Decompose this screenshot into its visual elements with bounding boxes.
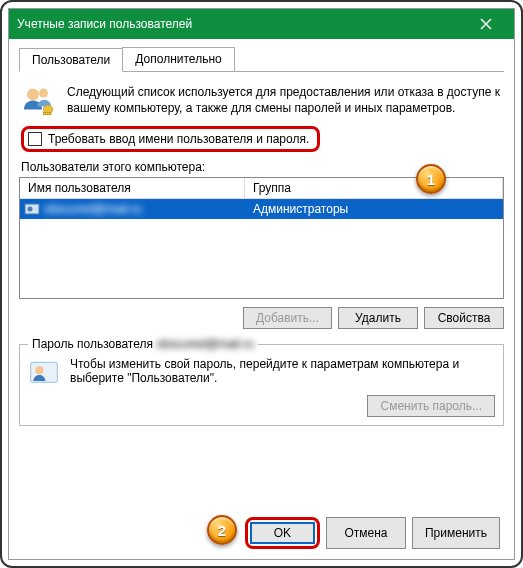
user-card-icon bbox=[28, 357, 60, 389]
require-login-checkbox[interactable] bbox=[28, 132, 42, 146]
col-header-username[interactable]: Имя пользователя bbox=[20, 178, 245, 198]
ok-button[interactable]: OK bbox=[250, 522, 315, 544]
user-row-group: Администраторы bbox=[245, 200, 503, 218]
password-group: Пароль пользователя obscured@mail.ru Что… bbox=[19, 337, 504, 426]
ok-highlight: OK bbox=[245, 517, 320, 549]
dialog-content: Пользователи Дополнительно Следующий спи… bbox=[9, 39, 514, 442]
svg-point-9 bbox=[35, 366, 43, 374]
svg-rect-5 bbox=[44, 113, 52, 115]
require-login-checkbox-row[interactable]: Требовать ввод имени пользователя и паро… bbox=[21, 126, 320, 152]
cancel-button[interactable]: Отмена bbox=[326, 517, 406, 549]
users-keys-icon bbox=[21, 84, 57, 120]
user-list-row[interactable]: obscured@mail.ru Администраторы bbox=[20, 199, 503, 219]
description-text: Следующий список используется для предос… bbox=[67, 84, 502, 120]
remove-button[interactable]: Удалить bbox=[338, 307, 418, 329]
window-title: Учетные записи пользователей bbox=[17, 17, 466, 31]
svg-point-2 bbox=[27, 89, 39, 101]
annotation-badge-1: 1 bbox=[416, 164, 446, 194]
svg-point-7 bbox=[28, 207, 33, 212]
titlebar: Учетные записи пользователей bbox=[9, 9, 514, 39]
password-text: Чтобы изменить свой пароль, перейдите к … bbox=[70, 357, 495, 385]
close-button[interactable] bbox=[466, 9, 506, 39]
password-legend-user: obscured@mail.ru bbox=[156, 337, 254, 351]
tab-users[interactable]: Пользователи bbox=[19, 48, 123, 72]
apply-button[interactable]: Применить bbox=[412, 517, 500, 549]
tabs: Пользователи Дополнительно bbox=[19, 47, 504, 72]
userlist-buttons: Добавить... Удалить Свойства bbox=[19, 307, 504, 329]
annotation-badge-2: 2 bbox=[207, 515, 237, 545]
user-row-icon bbox=[24, 201, 40, 217]
dialog-button-row: OK Отмена Применить bbox=[9, 517, 514, 549]
svg-point-3 bbox=[39, 89, 48, 98]
require-login-label: Требовать ввод имени пользователя и паро… bbox=[48, 132, 309, 146]
user-accounts-dialog: Учетные записи пользователей Пользовател… bbox=[8, 8, 515, 560]
user-list[interactable]: Имя пользователя Группа obscured@mail.ru… bbox=[19, 177, 504, 299]
tab-advanced[interactable]: Дополнительно bbox=[122, 47, 234, 71]
close-icon bbox=[480, 18, 492, 30]
user-row-name: obscured@mail.ru bbox=[44, 202, 142, 216]
description-row: Следующий список используется для предос… bbox=[19, 78, 504, 126]
password-group-legend: Пароль пользователя obscured@mail.ru bbox=[28, 337, 258, 351]
change-password-button: Сменить пароль... bbox=[367, 395, 495, 417]
password-legend-prefix: Пароль пользователя bbox=[32, 337, 156, 351]
add-button: Добавить... bbox=[243, 307, 332, 329]
col-header-group[interactable]: Группа bbox=[245, 178, 503, 198]
properties-button[interactable]: Свойства bbox=[424, 307, 504, 329]
